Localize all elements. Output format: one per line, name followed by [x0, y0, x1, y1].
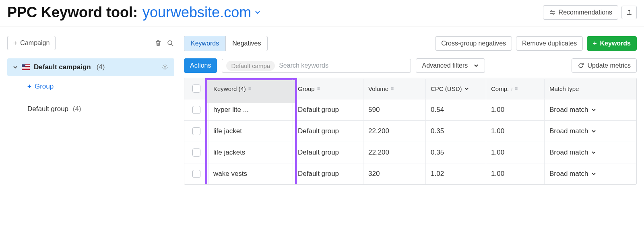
cell-group: Default group	[293, 121, 363, 142]
cell-match-type[interactable]: Broad match	[545, 99, 636, 120]
match-type-label: Broad match	[549, 106, 588, 114]
select-all-checkbox[interactable]	[192, 85, 200, 93]
row-checkbox[interactable]	[192, 170, 200, 178]
cell-volume: 320	[363, 163, 426, 184]
tab-negatives[interactable]: Negatives	[226, 36, 267, 51]
cell-keyword[interactable]: hyper lite ...	[208, 99, 293, 120]
recommendations-button[interactable]: Recommendations	[543, 5, 618, 20]
chevron-down-icon	[591, 150, 596, 155]
cell-keyword[interactable]: life jacket	[208, 121, 293, 142]
svg-line-7	[171, 44, 173, 46]
site-name: yourwebsite.com	[142, 4, 251, 21]
keyword-search[interactable]: Default campa	[222, 59, 411, 73]
cell-comp: 1.00	[486, 142, 545, 163]
cell-volume: 22,200	[363, 121, 426, 142]
chevron-down-icon	[591, 129, 596, 134]
us-flag-icon	[22, 64, 30, 70]
update-metrics-button[interactable]: Update metrics	[572, 58, 637, 73]
cell-match-type[interactable]: Broad match	[545, 142, 636, 163]
update-metrics-label: Update metrics	[587, 62, 631, 69]
sort-icon: ≡	[391, 86, 394, 91]
col-comp[interactable]: Comp. i ≡	[486, 79, 545, 99]
content: Keywords Negatives Cross-group negatives…	[184, 36, 637, 185]
add-keywords-button[interactable]: + Keywords	[587, 36, 637, 51]
svg-point-3	[553, 13, 554, 14]
sort-icon: ≡	[317, 86, 320, 91]
cell-group: Default group	[293, 163, 363, 184]
group-name: Default group	[27, 105, 68, 113]
plus-icon: +	[27, 82, 31, 91]
plus-icon: +	[593, 40, 597, 47]
campaign-row[interactable]: Default campaign (4)	[7, 58, 174, 76]
sidebar-group-item[interactable]: Default group (4)	[7, 95, 174, 118]
advanced-filters-label: Advanced filters	[422, 62, 468, 69]
tab-keywords[interactable]: Keywords	[184, 36, 226, 51]
search-icon[interactable]	[166, 39, 174, 47]
search-input[interactable]	[278, 62, 407, 70]
match-type-label: Broad match	[549, 127, 588, 135]
refresh-icon	[578, 62, 584, 69]
cell-cpc: 0.35	[426, 121, 486, 142]
search-chip[interactable]: Default campa	[226, 61, 275, 71]
match-type-label: Broad match	[549, 170, 588, 178]
sliders-icon	[549, 9, 555, 16]
gear-icon[interactable]	[161, 64, 169, 71]
cell-match-type[interactable]: Broad match	[545, 163, 636, 184]
plus-icon: +	[13, 39, 17, 47]
cell-match-type[interactable]: Broad match	[545, 121, 636, 142]
col-comp-label: Comp.	[491, 85, 509, 92]
campaign-name: Default campaign	[34, 63, 91, 71]
chevron-down-icon	[591, 171, 596, 176]
table-header-row: Keyword (4) ≡ Group ≡ Volume ≡ CPC (USD)…	[184, 78, 636, 99]
cell-group: Default group	[293, 99, 363, 120]
site-selector[interactable]: yourwebsite.com	[142, 4, 261, 21]
col-match[interactable]: Match type	[545, 79, 636, 99]
col-volume[interactable]: Volume ≡	[363, 79, 426, 99]
col-cpc-label: CPC (USD)	[431, 85, 462, 92]
cell-cpc: 0.35	[426, 142, 486, 163]
sidebar: + Campaign Default campaign (4)	[7, 36, 174, 185]
chevron-down-icon	[473, 63, 479, 68]
col-group[interactable]: Group ≡	[293, 79, 363, 99]
cell-keyword[interactable]: life jackets	[208, 142, 293, 163]
cell-comp: 1.00	[486, 99, 545, 120]
cross-group-negatives-button[interactable]: Cross-group negatives	[435, 36, 512, 51]
chevron-down-icon	[254, 9, 261, 16]
match-type-label: Broad match	[549, 148, 588, 157]
chevron-down-icon	[13, 65, 18, 70]
table-row: life jackets Default group 22,200 0.35 1…	[184, 142, 636, 163]
col-keyword[interactable]: Keyword (4) ≡	[208, 79, 293, 99]
col-cpc[interactable]: CPC (USD)	[426, 79, 486, 99]
page-title: PPC Keyword tool:	[7, 4, 138, 21]
cell-comp: 1.00	[486, 121, 545, 142]
add-group-button[interactable]: + Group	[7, 76, 174, 95]
remove-duplicates-button[interactable]: Remove duplicates	[516, 36, 583, 51]
actions-button[interactable]: Actions	[184, 58, 217, 73]
row-checkbox[interactable]	[192, 127, 200, 135]
svg-point-8	[164, 66, 166, 68]
export-button[interactable]	[621, 6, 637, 19]
col-volume-label: Volume	[368, 85, 388, 92]
svg-point-1	[551, 11, 552, 12]
table-row: life jacket Default group 22,200 0.35 1.…	[184, 120, 636, 142]
table-row: wake vests Default group 320 1.02 1.00 B…	[184, 163, 636, 184]
svg-point-6	[168, 41, 172, 45]
row-checkbox[interactable]	[192, 106, 200, 114]
add-campaign-button[interactable]: + Campaign	[7, 36, 56, 50]
advanced-filters-button[interactable]: Advanced filters	[416, 58, 485, 73]
export-icon	[626, 9, 632, 16]
group-count: (4)	[73, 105, 81, 113]
col-keyword-label: Keyword (4)	[213, 85, 246, 92]
chevron-down-icon	[464, 87, 469, 91]
table-row: hyper lite ... Default group 590 0.54 1.…	[184, 99, 636, 120]
chevron-down-icon	[591, 107, 596, 112]
add-group-label: Group	[35, 82, 54, 91]
add-keywords-label: Keywords	[600, 40, 631, 47]
trash-icon[interactable]	[154, 39, 162, 47]
cell-keyword[interactable]: wake vests	[208, 163, 293, 184]
row-checkbox[interactable]	[192, 148, 200, 157]
cell-cpc: 0.54	[426, 99, 486, 120]
cell-group: Default group	[293, 142, 363, 163]
cell-comp: 1.00	[486, 163, 545, 184]
page-header: PPC Keyword tool: yourwebsite.com Recomm…	[0, 0, 644, 27]
